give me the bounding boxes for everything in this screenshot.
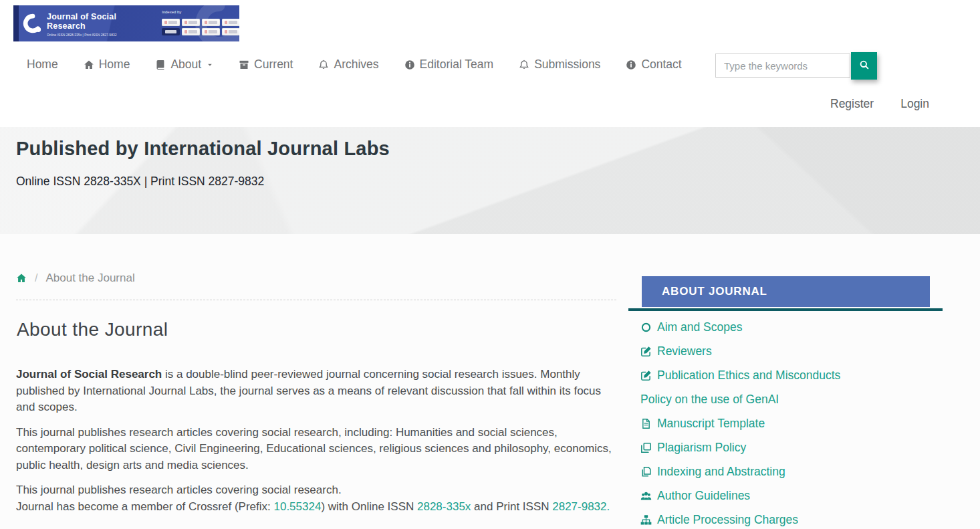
home-icon [84, 60, 94, 70]
sidebar-item-label: Reviewers [657, 344, 712, 358]
breadcrumb-current: About the Journal [45, 272, 134, 285]
indexing-badge [182, 19, 200, 26]
edit-icon [640, 346, 652, 357]
sidebar-item-indexing-and-abstracting[interactable]: Indexing and Abstracting [640, 459, 943, 484]
search-box [715, 52, 877, 80]
sidebar-divider [628, 308, 943, 311]
nav-item-label: Contact [641, 58, 681, 72]
nav-item-current[interactable]: Current [239, 58, 293, 72]
search-icon [859, 60, 870, 72]
online-issn-link[interactable]: 2828-335x [417, 500, 471, 513]
nav-item-label: Submissions [534, 58, 600, 72]
indexing-badge [202, 28, 220, 35]
search-input[interactable] [715, 54, 850, 78]
book-icon [155, 60, 166, 70]
indexing-badge [222, 19, 239, 26]
sidebar-item-manuscript-template[interactable]: Manuscript Template [640, 411, 943, 435]
indexed-by-block: Indexed by [162, 10, 239, 35]
nav-item-editorial-team[interactable]: Editorial Team [404, 58, 494, 72]
crossref-text-mid1: ) with Online ISSN [321, 500, 417, 513]
journal-logo-icon [23, 13, 43, 33]
banner-journal-title: Journal of Social Research [47, 12, 120, 31]
info-icon [404, 60, 415, 70]
breadcrumb: / About the Journal [16, 272, 616, 300]
sidebar-item-reviewers[interactable]: Reviewers [640, 339, 943, 363]
sidebar-item-label: Policy on the use of GenAI [640, 393, 779, 407]
publisher-hero: Published by International Journal Labs … [0, 127, 980, 234]
nav-item-contact[interactable]: Contact [626, 58, 681, 72]
page-title: About the Journal [17, 319, 168, 340]
edit-icon [640, 370, 652, 381]
sidebar-item-label: Plagiarism Policy [657, 441, 746, 455]
banner-text: Journal of Social Research Online ISSN 2… [47, 12, 159, 39]
copy-icon [640, 442, 652, 453]
indexing-badge [202, 19, 220, 26]
nav-item-submissions[interactable]: Submissions [519, 58, 600, 72]
caret-icon [207, 62, 213, 68]
pages-icon [640, 466, 652, 478]
sidebar-item-aim-and-scopes[interactable]: Aim and Scopes [640, 315, 943, 339]
archive-icon [239, 60, 249, 70]
breadcrumb-separator: / [35, 272, 37, 284]
indexed-by-label: Indexed by [162, 10, 221, 15]
banner-left-bar [13, 5, 19, 41]
indexing-badge [162, 19, 180, 26]
sidebar-item-publication-ethics-and-misconducts[interactable]: Publication Ethics and Misconducts [640, 363, 943, 387]
sidebar-item-label: Article Processing Charges [657, 513, 798, 527]
circle-icon [640, 322, 652, 333]
sidebar-item-label: Publication Ethics and Misconducts [657, 368, 840, 383]
bell-icon [519, 60, 529, 70]
paragraph-scope: This journal publishes research articles… [16, 425, 619, 474]
indexing-badge [222, 28, 239, 35]
crossref-text-mid2: and Print ISSN [471, 500, 552, 513]
indexing-badge [182, 28, 200, 35]
sidebar-item-label: Indexing and Abstracting [657, 465, 785, 479]
nav-item-home[interactable]: Home [84, 58, 130, 72]
nav-item-label: Home [27, 58, 58, 72]
nav-item-about[interactable]: About [155, 58, 213, 72]
paragraph-crossref: This journal publishes research articles… [16, 482, 619, 515]
paragraph-intro: Journal of Social Research is a double-b… [16, 366, 619, 416]
auth-links: Register Login [830, 97, 929, 111]
nav-item-label: Editorial Team [420, 58, 494, 72]
info-icon [626, 60, 636, 70]
nav-item-archives[interactable]: Archives [318, 58, 378, 72]
main-nav: HomeHomeAboutCurrentArchivesEditorial Te… [27, 58, 682, 72]
journal-logo-banner[interactable]: Journal of Social Research Online ISSN 2… [13, 5, 239, 41]
nav-item-label: About [170, 58, 201, 72]
sidebar-item-plagiarism-policy[interactable]: Plagiarism Policy [640, 435, 943, 459]
sidebar-item-label: Aim and Scopes [657, 320, 742, 334]
sidebar-item-label: Author Guidelines [657, 489, 750, 503]
indexing-badge [162, 28, 180, 35]
indexing-badges [162, 19, 239, 35]
sitemap-icon [640, 514, 652, 526]
search-button[interactable] [851, 52, 877, 80]
sidebar-header: ABOUT JOURNAL [642, 276, 930, 307]
crossref-text-pre: Journal has become a member of Crossref … [16, 500, 273, 513]
sidebar-item-label: Manuscript Template [657, 417, 765, 431]
breadcrumb-home-icon[interactable] [16, 273, 27, 284]
about-journal-sidebar: ABOUT JOURNAL Aim and ScopesReviewersPub… [628, 276, 943, 529]
nav-item-home-plain[interactable]: Home [27, 58, 58, 72]
nav-item-label: Archives [334, 58, 378, 72]
bell-icon [318, 60, 329, 70]
sidebar-list: Aim and ScopesReviewersPublication Ethic… [628, 315, 943, 529]
file-icon [640, 418, 652, 429]
users-icon [640, 490, 652, 502]
sidebar-item-author-guidelines[interactable]: Author Guidelines [640, 484, 943, 508]
publisher-issn: Online ISSN 2828-335X | Print ISSN 2827-… [16, 175, 264, 189]
register-link[interactable]: Register [830, 97, 874, 111]
publisher-title: Published by International Journal Labs [16, 138, 390, 160]
nav-item-label: Current [254, 58, 293, 72]
journal-name-bold: Journal of Social Research [16, 368, 162, 381]
paragraph-crossref-line1: This journal publishes research articles… [16, 484, 342, 496]
nav-item-label: Home [99, 58, 130, 72]
sidebar-item-policy-on-the-use-of-genai[interactable]: Policy on the use of GenAI [640, 387, 943, 411]
journal-about-page: Journal of Social Research Online ISSN 2… [0, 0, 980, 529]
login-link[interactable]: Login [900, 97, 929, 111]
article-body: Journal of Social Research is a double-b… [16, 366, 619, 524]
print-issn-link[interactable]: 2827-9832. [552, 500, 610, 513]
sidebar-item-article-processing-charges[interactable]: Article Processing Charges [640, 508, 943, 529]
banner-issn-line: Online ISSN 2828-335x | Print ISSN 2827-… [47, 33, 116, 37]
crossref-prefix-link[interactable]: 10.55324 [273, 500, 321, 513]
